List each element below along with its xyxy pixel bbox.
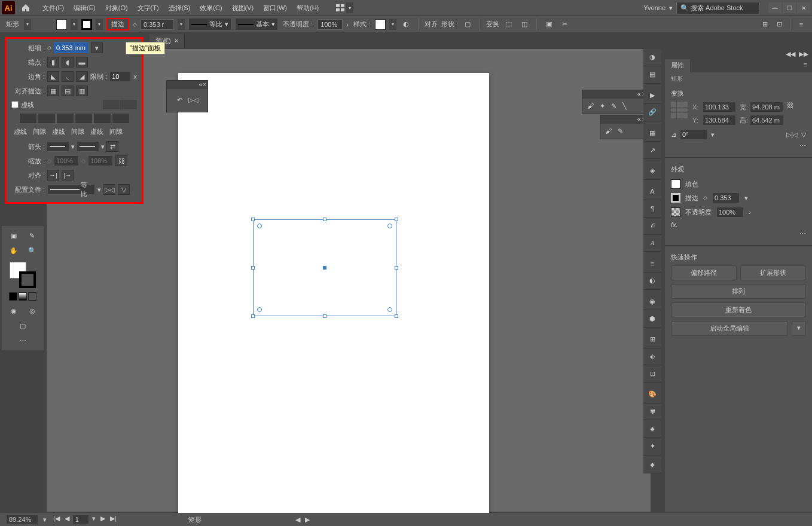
color-mode-gradient[interactable]	[19, 292, 27, 301]
profile-dropdown[interactable]: 等比▾	[188, 18, 231, 30]
tool-zoom[interactable]: 🔍	[23, 243, 41, 258]
brushes-dock-icon[interactable]: ✾	[643, 403, 661, 421]
gap-1[interactable]	[38, 113, 56, 124]
properties-dock-icon[interactable]: ▶	[643, 87, 661, 104]
snap-icon[interactable]: ⊡	[773, 19, 785, 30]
scroll-right[interactable]: ▶	[305, 516, 310, 524]
brush-icon[interactable]: 🖌	[605, 127, 612, 135]
home-icon[interactable]	[19, 1, 33, 15]
stroke-link[interactable]: 描边	[106, 18, 129, 30]
more-options-icon[interactable]: ⋯	[799, 230, 806, 237]
arrow-align-2[interactable]: |→	[62, 170, 74, 181]
handle-bl[interactable]	[251, 314, 255, 318]
profile-dropdown[interactable]: 等比	[47, 184, 95, 195]
arrange-dropdown[interactable]: ▾	[346, 2, 353, 13]
global-edit-dropdown[interactable]: ▾	[792, 321, 806, 336]
expand-shape-button[interactable]: 扩展形状	[740, 265, 806, 280]
edit-icon[interactable]: ✎	[618, 127, 623, 135]
shape-mode-icon[interactable]: ▢	[462, 19, 474, 30]
opentype-icon[interactable]: 𝒪	[643, 218, 661, 235]
arrange-docs-icon[interactable]	[334, 2, 346, 14]
graphic-styles-icon[interactable]: ⬢	[643, 310, 661, 328]
handle-tr[interactable]	[395, 218, 398, 221]
stroke-dropdown[interactable]: ▾	[96, 19, 103, 30]
type-icon[interactable]: A	[643, 183, 661, 200]
opacity-val-input[interactable]	[716, 207, 744, 218]
align-outside[interactable]: ▥	[76, 85, 88, 96]
line-icon[interactable]: ╲	[622, 102, 627, 110]
tool-eyedropper[interactable]: ✎	[23, 228, 41, 243]
menu-select[interactable]: 选择(S)	[164, 1, 196, 15]
brush-icon[interactable]: 🖌	[587, 102, 594, 110]
menu-object[interactable]: 对象(O)	[100, 1, 133, 15]
prev-page[interactable]: ◀	[63, 515, 71, 524]
close-icon[interactable]: ×	[203, 81, 206, 89]
stroke-weight-input[interactable]	[141, 19, 174, 30]
transform-icon2[interactable]: ◫	[518, 19, 530, 30]
tab-close-icon[interactable]: ×	[175, 37, 178, 44]
scale-link[interactable]: ⛓	[115, 155, 127, 166]
minimize-button[interactable]: —	[768, 2, 782, 13]
expand-right-icon[interactable]: ▶▶	[799, 50, 808, 58]
dash-1[interactable]	[19, 113, 37, 124]
handle-br[interactable]	[395, 314, 398, 318]
menu-window[interactable]: 窗口(W)	[258, 1, 292, 15]
opacity-swatch[interactable]	[671, 207, 680, 217]
arrow-align-1[interactable]: →|	[47, 170, 59, 181]
handle-ml[interactable]	[251, 266, 255, 270]
link-wh-icon[interactable]: ⛓	[787, 102, 793, 112]
corner-widget-bl[interactable]	[257, 307, 262, 312]
search-input[interactable]: 🔍 搜索 Adobe Stock	[676, 2, 760, 14]
dash-align[interactable]	[120, 100, 137, 109]
color-guide-icon[interactable]: ▤	[643, 66, 661, 84]
corner-miter[interactable]: ◣	[47, 71, 59, 82]
redo-icon[interactable]: ▷◁	[188, 96, 198, 104]
user-name[interactable]: Yvonne	[643, 4, 666, 11]
dash-checkbox[interactable]: 虚线	[11, 100, 34, 109]
brush-dropdown[interactable]: 基本▾	[235, 18, 278, 30]
draw-normal[interactable]: ◉	[5, 304, 23, 318]
handle-bm[interactable]	[323, 314, 326, 318]
edit-toolbar[interactable]: ⋯	[14, 334, 32, 348]
scroll-left[interactable]: ◀	[295, 516, 300, 524]
flip-v-icon[interactable]: ▽	[801, 131, 806, 139]
menu-effect[interactable]: 效果(C)	[195, 1, 227, 15]
asset-export-icon[interactable]: ♣	[643, 455, 661, 473]
corner-widget-br[interactable]	[387, 307, 392, 312]
user-dropdown-icon[interactable]: ▾	[669, 4, 673, 12]
global-edit-button[interactable]: 启动全局编辑	[671, 321, 788, 336]
selection-rectangle[interactable]	[253, 219, 396, 316]
links-icon[interactable]: 🔗	[643, 104, 661, 121]
color-mode-none[interactable]	[28, 292, 36, 301]
grid-icon[interactable]: ⊞	[759, 19, 771, 30]
opacity-label-prop[interactable]: 不透明度	[685, 208, 712, 217]
handle-tm[interactable]	[323, 218, 326, 221]
align-label[interactable]: 对齐	[425, 20, 438, 29]
panel-menu-icon[interactable]: ≡	[799, 59, 812, 72]
flip-h-icon[interactable]: ▷|◁	[786, 131, 798, 139]
x-input[interactable]	[703, 102, 736, 112]
glyphs-icon[interactable]: 𝐴	[643, 235, 661, 252]
fill-swatch-prop[interactable]	[671, 179, 680, 189]
menu-view[interactable]: 视图(V)	[227, 1, 259, 15]
fill-stroke-control[interactable]	[10, 262, 36, 288]
menu-type[interactable]: 文字(T)	[133, 1, 164, 15]
last-page[interactable]: ▶|	[108, 515, 118, 524]
appearance-icon[interactable]: ◉	[643, 293, 661, 310]
scale1-input[interactable]	[54, 155, 79, 166]
paragraph-icon[interactable]: ¶	[643, 200, 661, 218]
arrow-start[interactable]	[47, 141, 69, 152]
limit-input[interactable]	[109, 71, 131, 82]
arrange-button[interactable]: 排列	[671, 284, 806, 299]
isolate-icon[interactable]: ▣	[543, 19, 555, 30]
add-brush-icon[interactable]: ✦	[600, 102, 605, 110]
next-page[interactable]: ▶	[99, 515, 107, 524]
collapse-left-icon[interactable]: ◀◀	[786, 50, 795, 58]
transparency-icon[interactable]: ◐	[643, 273, 661, 290]
dash-3[interactable]	[93, 113, 111, 124]
corner-round[interactable]: ◟	[62, 71, 74, 82]
cap-round[interactable]: ◖	[62, 57, 74, 68]
menu-edit[interactable]: 编辑(E)	[69, 1, 100, 15]
tool-hand[interactable]: ✋	[5, 243, 23, 258]
stroke-swatch[interactable]	[81, 19, 92, 30]
